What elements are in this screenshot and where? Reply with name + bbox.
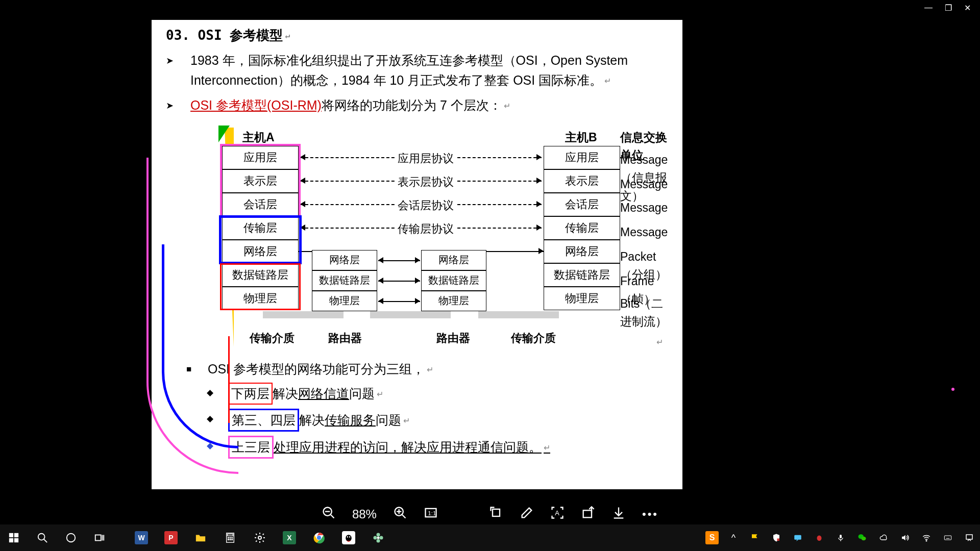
arrow-icon	[536, 178, 542, 184]
return-mark-icon: ↵	[656, 336, 663, 349]
flower-app-icon[interactable]	[372, 531, 385, 544]
media-bar	[478, 311, 559, 318]
tray-volume-icon[interactable]	[898, 531, 912, 544]
svg-point-48	[862, 537, 866, 541]
protocol-label-4: 传输层协议	[396, 220, 456, 238]
osi-rm-link: OSI 参考模型(OSI-RM)	[190, 98, 322, 112]
tray-qq-icon[interactable]	[813, 531, 826, 544]
svg-text:1:1: 1:1	[428, 510, 436, 516]
svg-line-4	[402, 515, 405, 518]
arrow-icon	[536, 224, 542, 231]
svg-point-36	[346, 535, 352, 541]
svg-point-21	[67, 534, 76, 542]
tray-notifications-icon[interactable]	[963, 531, 976, 544]
svg-point-41	[374, 536, 377, 540]
svg-point-35	[317, 536, 321, 540]
info-2: Message	[620, 176, 668, 194]
router-label-1: 路由器	[328, 330, 362, 347]
osi-diagram: 主机A 主机B 信息交换单位 应用层 表示层 会话层 传输层 网络层 数据链路层…	[166, 126, 668, 355]
tray-keyboard-icon[interactable]	[941, 531, 954, 544]
qq-app-icon[interactable]	[342, 531, 355, 544]
download-button[interactable]	[611, 506, 626, 523]
svg-point-39	[377, 533, 380, 537]
taskbar: W P X S ^	[0, 524, 980, 551]
media-bar	[370, 311, 451, 318]
maximize-button[interactable]: ❐	[945, 3, 952, 13]
arrow-icon	[415, 298, 420, 304]
info-3: Message	[620, 199, 668, 217]
calculator-app-icon[interactable]	[224, 531, 237, 544]
tray-mic-icon[interactable]	[834, 531, 847, 544]
arrow-icon	[536, 201, 542, 207]
b3b: 解决	[299, 413, 325, 427]
tray-wechat-icon[interactable]	[855, 531, 869, 544]
excel-app-icon[interactable]: X	[283, 531, 296, 544]
tray-chat-icon[interactable]	[791, 531, 804, 544]
svg-point-31	[230, 539, 231, 540]
tray-flag-icon[interactable]	[748, 531, 762, 544]
svg-text:A: A	[555, 509, 559, 517]
body-line-1: OSI 参考模型的网络功能可分为三组，	[186, 359, 668, 379]
document-page: 03. OSI 参考模型 1983 年，国际标准化组织提出了开放系统互连参考模型…	[152, 20, 682, 489]
svg-rect-11	[583, 510, 592, 517]
tray-wifi-icon[interactable]	[920, 531, 933, 544]
routerb-layer-2: 数据链路层	[421, 270, 486, 291]
task-view-button[interactable]	[93, 531, 106, 544]
sogou-ime-icon[interactable]: S	[705, 531, 719, 544]
arrow-icon	[378, 298, 383, 304]
tray-security-icon[interactable]	[770, 531, 783, 544]
hostb-layer-5: 网络层	[544, 240, 620, 263]
zoom-out-button[interactable]	[322, 506, 336, 523]
short-arrow	[378, 281, 420, 282]
start-button[interactable]	[7, 531, 20, 544]
b2d: 问题	[349, 386, 383, 400]
blue-box-b3: 第三、四层	[228, 409, 299, 432]
b3c-link: 传输服务	[325, 413, 376, 427]
close-button[interactable]: ✕	[964, 3, 971, 13]
short-arrow	[378, 301, 420, 302]
svg-rect-17	[9, 538, 13, 542]
green-triangle-icon	[218, 126, 230, 142]
hostb-layer-6: 数据链路层	[544, 263, 620, 287]
svg-point-42	[380, 536, 383, 540]
more-button[interactable]: •••	[642, 508, 658, 521]
pdf-app-icon[interactable]: P	[164, 531, 178, 544]
hostb-layer-2: 表示层	[544, 169, 620, 193]
media-label-1: 传输介质	[250, 330, 295, 347]
arrow-icon	[538, 248, 544, 254]
svg-point-45	[817, 536, 822, 541]
svg-point-43	[377, 537, 380, 539]
settings-app-icon[interactable]	[253, 531, 266, 544]
arrow-icon	[378, 278, 383, 284]
arrow-icon	[300, 201, 305, 207]
cortana-button[interactable]	[64, 531, 78, 544]
minimize-button[interactable]: —	[924, 3, 933, 12]
paragraph-2: OSI 参考模型(OSI-RM)将网络的功能划分为 7 个层次：	[166, 95, 668, 115]
chrome-app-icon[interactable]	[312, 531, 326, 544]
actual-size-button[interactable]: 1:1	[424, 506, 438, 523]
svg-rect-15	[9, 533, 13, 537]
edit-button[interactable]	[520, 506, 534, 523]
hostb-layer-3: 会话层	[544, 193, 620, 216]
ocr-button[interactable]: A	[550, 506, 565, 523]
zoom-in-button[interactable]	[393, 506, 407, 523]
rotate-button[interactable]	[489, 506, 503, 523]
word-app-icon[interactable]: W	[135, 531, 148, 544]
svg-line-1	[330, 515, 334, 518]
tray-cloud-icon[interactable]	[877, 531, 890, 544]
svg-rect-18	[14, 538, 18, 542]
arrow-icon	[415, 257, 420, 263]
svg-rect-46	[840, 535, 842, 538]
search-button[interactable]	[36, 531, 49, 544]
section-heading: 03. OSI 参考模型	[166, 25, 668, 45]
hostb-layer-4: 传输层	[544, 216, 620, 240]
arrow-icon	[415, 278, 420, 284]
arrow-icon	[300, 178, 305, 184]
share-button[interactable]	[581, 506, 595, 523]
svg-point-37	[347, 536, 348, 538]
svg-point-28	[230, 537, 231, 538]
explorer-app-icon[interactable]	[194, 531, 207, 544]
svg-rect-26	[228, 534, 233, 536]
svg-rect-16	[14, 533, 18, 537]
tray-expand-icon[interactable]: ^	[727, 531, 740, 544]
